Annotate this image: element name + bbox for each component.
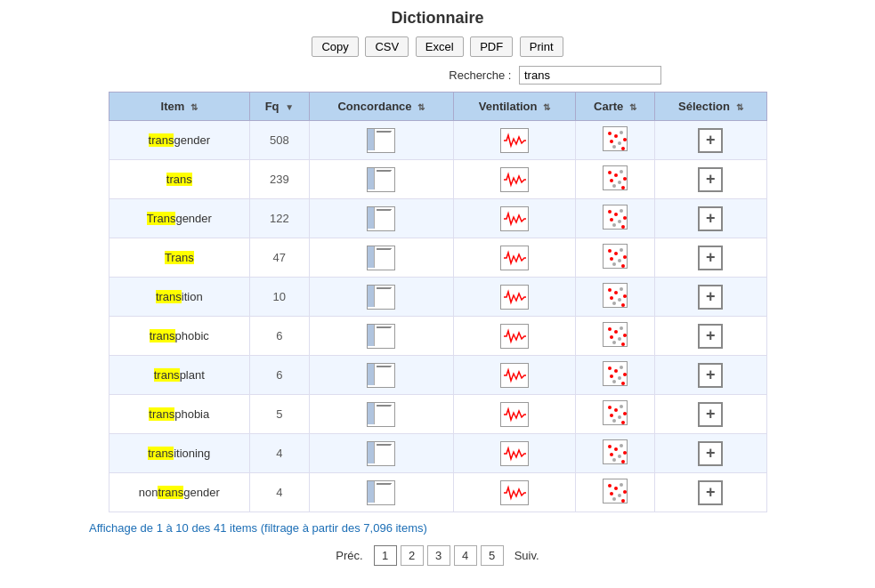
- concordance-cell[interactable]: [309, 199, 453, 238]
- carte-cell[interactable]: [575, 199, 654, 238]
- carte-cell[interactable]: [575, 317, 654, 356]
- concordance-cell[interactable]: [309, 160, 453, 199]
- col-header-carte[interactable]: Carte ⇅: [575, 93, 654, 121]
- carte-cell[interactable]: [575, 356, 654, 395]
- concordance-cell[interactable]: [309, 434, 453, 473]
- carte-cell[interactable]: [575, 434, 654, 473]
- selection-cell[interactable]: +: [655, 238, 766, 278]
- fq-cell: 5: [250, 395, 310, 434]
- selection-cell[interactable]: +: [655, 395, 766, 434]
- col-header-fq[interactable]: Fq ▼: [250, 93, 310, 121]
- selection-cell[interactable]: +: [655, 434, 766, 473]
- carte-cell[interactable]: [575, 278, 654, 317]
- page-4-button[interactable]: 4: [454, 545, 477, 566]
- carte-icon[interactable]: [603, 439, 628, 464]
- ventilation-icon[interactable]: [500, 402, 529, 427]
- page-2-button[interactable]: 2: [401, 545, 424, 566]
- selection-icon[interactable]: +: [698, 167, 723, 192]
- ventilation-cell[interactable]: [453, 278, 575, 317]
- ventilation-cell[interactable]: [453, 434, 575, 473]
- concordance-cell[interactable]: [309, 121, 453, 160]
- selection-icon[interactable]: +: [698, 480, 723, 505]
- concordance-icon[interactable]: [367, 285, 395, 310]
- carte-icon[interactable]: [603, 361, 628, 386]
- concordance-icon[interactable]: [367, 363, 395, 388]
- col-header-selection[interactable]: Sélection ⇅: [655, 93, 766, 121]
- carte-icon[interactable]: [603, 244, 628, 269]
- selection-icon[interactable]: +: [698, 363, 723, 388]
- concordance-cell[interactable]: [309, 356, 453, 395]
- ventilation-cell[interactable]: [453, 356, 575, 395]
- carte-icon[interactable]: [603, 283, 628, 308]
- carte-cell[interactable]: [575, 395, 654, 434]
- ventilation-icon[interactable]: [500, 363, 529, 388]
- selection-cell[interactable]: +: [655, 317, 766, 356]
- concordance-cell[interactable]: [309, 473, 453, 512]
- copy-button[interactable]: Copy: [312, 36, 358, 57]
- selection-icon[interactable]: +: [698, 246, 723, 270]
- concordance-cell[interactable]: [309, 317, 453, 356]
- ventilation-icon[interactable]: [500, 206, 529, 231]
- selection-cell[interactable]: +: [655, 356, 766, 395]
- ventilation-cell[interactable]: [453, 238, 575, 278]
- ventilation-icon[interactable]: [500, 128, 529, 153]
- concordance-icon[interactable]: [367, 324, 395, 349]
- ventilation-icon[interactable]: [500, 441, 529, 466]
- concordance-icon[interactable]: [367, 128, 395, 153]
- ventilation-icon[interactable]: [500, 480, 529, 505]
- page-prev-button[interactable]: Préc.: [328, 546, 369, 565]
- carte-icon[interactable]: [603, 165, 628, 190]
- ventilation-icon[interactable]: [500, 167, 529, 192]
- page-3-button[interactable]: 3: [427, 545, 450, 566]
- concordance-icon[interactable]: [367, 480, 395, 505]
- concordance-icon[interactable]: [367, 246, 395, 270]
- selection-icon[interactable]: +: [698, 206, 723, 231]
- ventilation-icon[interactable]: [500, 324, 529, 349]
- selection-cell[interactable]: +: [655, 278, 766, 317]
- col-header-concordance[interactable]: Concordance ⇅: [309, 93, 453, 121]
- print-button[interactable]: Print: [520, 36, 563, 57]
- selection-cell[interactable]: +: [655, 199, 766, 238]
- ventilation-cell[interactable]: [453, 395, 575, 434]
- pdf-button[interactable]: PDF: [470, 36, 513, 57]
- concordance-cell[interactable]: [309, 395, 453, 434]
- selection-icon[interactable]: +: [698, 402, 723, 427]
- csv-button[interactable]: CSV: [365, 36, 409, 57]
- col-header-ventilation[interactable]: Ventilation ⇅: [453, 93, 575, 121]
- concordance-icon[interactable]: [367, 441, 395, 466]
- selection-icon[interactable]: +: [698, 128, 723, 153]
- selection-icon[interactable]: +: [698, 324, 723, 349]
- carte-cell[interactable]: [575, 238, 654, 278]
- concordance-icon[interactable]: [367, 206, 395, 231]
- carte-icon[interactable]: [603, 400, 628, 425]
- ventilation-cell[interactable]: [453, 317, 575, 356]
- selection-cell[interactable]: +: [655, 121, 766, 160]
- carte-cell[interactable]: [575, 473, 654, 512]
- ventilation-cell[interactable]: [453, 160, 575, 199]
- search-input[interactable]: [519, 66, 661, 85]
- ventilation-icon[interactable]: [500, 246, 529, 270]
- ventilation-cell[interactable]: [453, 473, 575, 512]
- selection-icon[interactable]: +: [698, 441, 723, 466]
- col-header-item[interactable]: Item ⇅: [109, 93, 250, 121]
- page-next-button[interactable]: Suiv.: [507, 546, 547, 565]
- ventilation-cell[interactable]: [453, 121, 575, 160]
- carte-icon[interactable]: [603, 126, 628, 151]
- carte-cell[interactable]: [575, 121, 654, 160]
- carte-icon[interactable]: [603, 205, 628, 230]
- excel-button[interactable]: Excel: [416, 36, 464, 57]
- selection-cell[interactable]: +: [655, 473, 766, 512]
- concordance-cell[interactable]: [309, 238, 453, 278]
- concordance-cell[interactable]: [309, 278, 453, 317]
- page-5-button[interactable]: 5: [481, 545, 504, 566]
- carte-icon[interactable]: [603, 479, 628, 503]
- concordance-icon[interactable]: [367, 402, 395, 427]
- concordance-icon[interactable]: [367, 167, 395, 192]
- carte-icon[interactable]: [603, 322, 628, 347]
- carte-cell[interactable]: [575, 160, 654, 199]
- ventilation-cell[interactable]: [453, 199, 575, 238]
- ventilation-icon[interactable]: [500, 285, 529, 310]
- selection-cell[interactable]: +: [655, 160, 766, 199]
- page-1-button[interactable]: 1: [374, 545, 397, 566]
- selection-icon[interactable]: +: [698, 285, 723, 310]
